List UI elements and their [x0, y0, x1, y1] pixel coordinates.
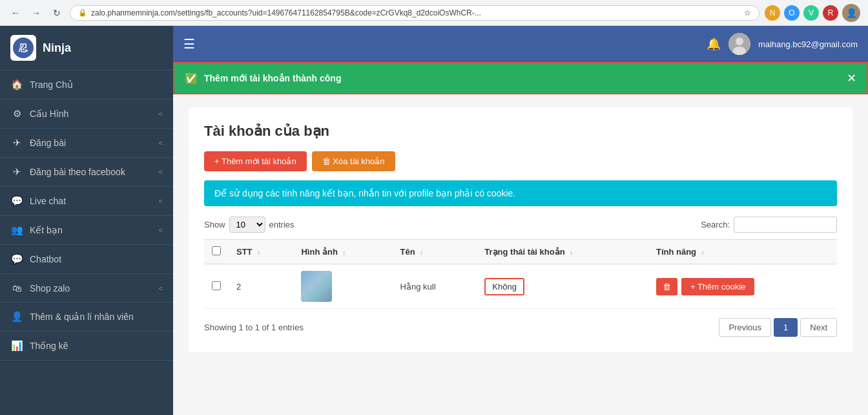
ninja-logo-svg: 忍 [12, 36, 35, 59]
chevron-right-icon-shop: < [159, 284, 163, 292]
profile-image [301, 271, 332, 302]
sort-icon-stt: ↕ [257, 250, 260, 256]
show-label: Show [204, 220, 225, 229]
home-icon: 🏠 [10, 79, 23, 90]
sidebar-item-thong-ke[interactable]: 📊 Thống kê [0, 332, 173, 361]
ext-icon-3[interactable]: V [803, 5, 819, 21]
add-cookie-button[interactable]: + Thêm cookie [681, 278, 754, 295]
chevron-right-icon-dang-bai: < [159, 139, 163, 147]
top-header: ☰ 🔔 maihang.bc92@gmail.com [173, 26, 868, 62]
status-badge: Không [484, 278, 524, 295]
search-label: Search: [701, 220, 730, 229]
user-email: maihang.bc92@gmail.com [758, 39, 858, 49]
sidebar-item-cau-hinh[interactable]: ⚙ Cấu Hình < [0, 100, 173, 129]
next-button[interactable]: Next [800, 318, 837, 337]
sidebar-item-chatbot[interactable]: 💬 Chatbot [0, 245, 173, 274]
row-checkbox[interactable] [212, 281, 221, 290]
previous-button[interactable]: Previous [719, 318, 771, 337]
show-entries: Show 10 25 50 100 entries [204, 217, 294, 233]
ext-icon-4[interactable]: R [823, 5, 838, 21]
showing-text: Showing 1 to 1 of 1 entries [204, 323, 304, 332]
row-checkbox-cell [204, 264, 229, 309]
ext-icon-2[interactable]: O [784, 5, 800, 21]
sidebar-item-live-chat[interactable]: 💬 Live chat < [0, 187, 173, 216]
entries-label: entries [269, 220, 294, 229]
action-cell: 🗑 + Thêm cookie [656, 278, 829, 295]
chevron-right-icon-facebook: < [159, 168, 163, 176]
ext-icon-1[interactable]: N [765, 5, 780, 21]
shop-icon: 🛍 [10, 282, 23, 293]
alert-message: Thêm mới tài khoản thành công [204, 73, 840, 83]
header-stt: STT ↕ [229, 240, 293, 264]
sidebar-label-chatbot: Chatbot [30, 254, 163, 264]
logo-text: Ninja [43, 41, 71, 55]
main-content: Tài khoản của bạn + Thêm mới tài khoản 🗑… [173, 94, 868, 415]
reload-button[interactable]: ↻ [49, 5, 65, 21]
chevron-right-icon-ket-ban: < [159, 226, 163, 234]
add-account-button[interactable]: + Thêm mới tài khoản [204, 151, 307, 171]
row-tinh-nang: 🗑 + Thêm cookie [648, 264, 837, 309]
sidebar-item-dang-bai-facebook[interactable]: ✈ Đăng bài theo facebook < [0, 158, 173, 187]
sidebar-label-shop-zalo: Shop zalo [30, 283, 152, 293]
svg-text:忍: 忍 [18, 43, 28, 53]
browser-bar: ← → ↻ 🔒 zalo.phanmemninja.com/settings/f… [0, 0, 868, 26]
star-icon[interactable]: ☆ [744, 8, 751, 17]
gear-icon: ⚙ [10, 108, 23, 120]
table-header-row: STT ↕ Hình ảnh ↕ Tên ↕ [204, 240, 837, 264]
header-ten: Tên ↕ [393, 240, 477, 264]
browser-icons: N O V R 👤 [765, 4, 860, 22]
sidebar-item-dang-bai[interactable]: ✈ Đăng bài < [0, 129, 173, 158]
sidebar-logo: 忍 Ninja [0, 26, 173, 70]
row-hinh-anh [293, 264, 392, 309]
back-button[interactable]: ← [8, 5, 23, 21]
chat-icon-chatbot: 💬 [10, 253, 23, 265]
header-tinh-nang: Tính năng ↕ [648, 240, 837, 264]
sidebar-item-them-quan-li[interactable]: 👤 Thêm & quản lí nhân viên [0, 303, 173, 332]
sort-icon-ten: ↕ [420, 250, 423, 256]
user-avatar-header [728, 33, 750, 55]
forward-button[interactable]: → [28, 5, 44, 21]
hamburger-menu[interactable]: ☰ [183, 36, 195, 52]
row-ten: Hằng kull [393, 264, 477, 309]
sidebar-label-trang-chu: Trang Chủ [30, 80, 163, 90]
user-avatar-svg [728, 33, 750, 55]
select-all-checkbox[interactable] [212, 246, 221, 255]
sidebar-item-trang-chu[interactable]: 🏠 Trang Chủ [0, 70, 173, 100]
action-buttons: + Thêm mới tài khoản 🗑 Xóa tài khoản [204, 151, 837, 171]
user-avatar-browser[interactable]: 👤 [842, 4, 860, 22]
page-box: Tài khoản của bạn + Thêm mới tài khoản 🗑… [189, 107, 852, 352]
send-icon-facebook: ✈ [10, 166, 23, 178]
page-1-button[interactable]: 1 [774, 318, 798, 337]
table-footer: Showing 1 to 1 of 1 entries Previous 1 N… [204, 318, 837, 337]
chevron-right-icon-live-chat: < [159, 197, 163, 205]
header-right: 🔔 maihang.bc92@gmail.com [707, 33, 858, 55]
sort-icon-hinh-anh: ↕ [342, 250, 346, 256]
delete-account-button[interactable]: 🗑 Xóa tài khoản [312, 151, 395, 171]
pagination: Previous 1 Next [719, 318, 837, 337]
person-icon: 👤 [10, 311, 23, 323]
notification-bell-icon[interactable]: 🔔 [707, 37, 721, 51]
header-checkbox-cell [204, 240, 229, 264]
sidebar-label-ket-ban: Kết bạn [30, 225, 152, 235]
delete-row-button[interactable]: 🗑 [656, 278, 677, 295]
accounts-table: STT ↕ Hình ảnh ↕ Tên ↕ [204, 239, 837, 309]
address-bar[interactable]: 🔒 zalo.phanmemninja.com/settings/fb_acco… [70, 5, 760, 21]
sidebar-label-thong-ke: Thống kê [30, 341, 163, 351]
content-area: ☰ 🔔 maihang.bc92@gmail.com ✅ Thêm mới tà… [173, 26, 868, 415]
lock-icon: 🔒 [78, 8, 87, 17]
entries-select[interactable]: 10 25 50 100 [229, 217, 265, 233]
sidebar-label-them-quan-li: Thêm & quản lí nhân viên [30, 312, 163, 322]
sidebar-label-cau-hinh: Cấu Hình [30, 109, 152, 119]
sidebar: 忍 Ninja 🏠 Trang Chủ ⚙ Cấu Hình < ✈ Đăng … [0, 26, 173, 415]
sort-icon-trang-thai: ↕ [570, 250, 573, 256]
chevron-right-icon-cau-hinh: < [159, 110, 163, 118]
sort-icon-tinh-nang: ↕ [701, 250, 705, 256]
alert-close-button[interactable]: ✕ [847, 71, 856, 85]
search-input[interactable] [734, 217, 837, 233]
check-circle-icon: ✅ [185, 72, 198, 85]
row-trang-thai: Không [477, 264, 648, 309]
sidebar-item-ket-ban[interactable]: 👥 Kết bạn < [0, 216, 173, 245]
sidebar-item-shop-zalo[interactable]: 🛍 Shop zalo < [0, 274, 173, 303]
table-controls: Show 10 25 50 100 entries Search: [204, 217, 837, 233]
chat-icon-live: 💬 [10, 195, 23, 207]
